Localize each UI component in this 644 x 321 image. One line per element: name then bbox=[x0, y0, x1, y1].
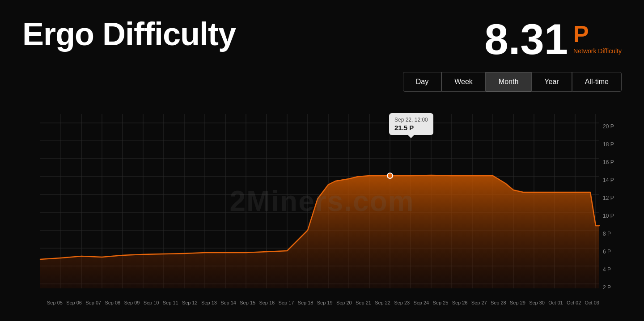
x-label-sep11: Sep 11 bbox=[163, 300, 178, 305]
x-label-oct03: Oct 03 bbox=[585, 300, 599, 305]
x-label-oct02: Oct 02 bbox=[567, 300, 581, 305]
x-label-sep20: Sep 20 bbox=[336, 300, 352, 305]
svg-text:12 P: 12 P bbox=[603, 195, 614, 201]
x-label-oct01: Oct 01 bbox=[548, 300, 563, 305]
difficulty-value-block: 8.31 P Network Difficulty bbox=[484, 18, 622, 61]
time-range-tabs: Day Week Month Year All-time bbox=[403, 72, 622, 92]
x-label-sep22: Sep 22 bbox=[375, 300, 390, 305]
svg-text:20 P: 20 P bbox=[603, 123, 614, 130]
tab-year[interactable]: Year bbox=[531, 72, 572, 92]
x-label-sep30: Sep 30 bbox=[529, 300, 545, 305]
x-label-sep15: Sep 15 bbox=[240, 300, 255, 305]
difficulty-unit: P bbox=[573, 22, 622, 46]
x-label-sep26: Sep 26 bbox=[452, 300, 468, 305]
svg-text:10 P: 10 P bbox=[603, 213, 614, 219]
difficulty-label: Network Difficulty bbox=[573, 47, 622, 55]
x-label-sep10: Sep 10 bbox=[144, 300, 159, 305]
x-label-sep13: Sep 13 bbox=[201, 300, 217, 305]
x-label-sep08: Sep 08 bbox=[105, 300, 120, 305]
title-block: Ergo Difficulty bbox=[22, 18, 236, 50]
header-section: Ergo Difficulty 8.31 P Network Difficult… bbox=[22, 18, 622, 92]
svg-text:8 P: 8 P bbox=[603, 231, 611, 237]
tab-week[interactable]: Week bbox=[441, 72, 486, 92]
tab-day[interactable]: Day bbox=[403, 72, 441, 92]
svg-text:4 P: 4 P bbox=[603, 266, 611, 273]
x-label-sep27: Sep 27 bbox=[471, 300, 487, 305]
right-header: 8.31 P Network Difficulty Day Week Month… bbox=[403, 18, 622, 92]
x-label-sep29: Sep 29 bbox=[510, 300, 525, 305]
x-label-sep21: Sep 21 bbox=[356, 300, 371, 305]
x-label-sep17: Sep 17 bbox=[279, 300, 294, 305]
x-label-sep14: Sep 14 bbox=[220, 300, 236, 305]
x-label-sep09: Sep 09 bbox=[124, 300, 140, 305]
x-label-sep28: Sep 28 bbox=[491, 300, 506, 305]
x-label-sep25: Sep 25 bbox=[433, 300, 449, 305]
chart-area: 2Miners.com Sep 22, 12:00 21.5 P bbox=[22, 105, 622, 297]
difficulty-number: 8.31 bbox=[484, 18, 568, 61]
difficulty-unit-block: P Network Difficulty bbox=[573, 18, 622, 55]
x-label-sep24: Sep 24 bbox=[413, 300, 429, 305]
svg-point-37 bbox=[387, 173, 393, 178]
tab-all-time[interactable]: All-time bbox=[572, 72, 622, 92]
svg-text:18 P: 18 P bbox=[603, 141, 614, 148]
x-label-sep06: Sep 06 bbox=[66, 300, 82, 305]
x-label-sep23: Sep 23 bbox=[394, 300, 410, 305]
page-container: Ergo Difficulty 8.31 P Network Difficult… bbox=[0, 0, 644, 321]
svg-text:14 P: 14 P bbox=[603, 177, 614, 183]
x-label-sep16: Sep 16 bbox=[259, 300, 275, 305]
x-label-sep18: Sep 18 bbox=[298, 300, 314, 305]
x-label-sep19: Sep 19 bbox=[317, 300, 333, 305]
x-axis: Sep 05 Sep 06 Sep 07 Sep 08 Sep 09 Sep 1… bbox=[22, 298, 622, 305]
svg-text:2 P: 2 P bbox=[603, 284, 611, 291]
x-label-sep05: Sep 05 bbox=[47, 300, 63, 305]
page-title: Ergo Difficulty bbox=[22, 18, 236, 50]
tab-month[interactable]: Month bbox=[486, 72, 531, 92]
x-label-sep07: Sep 07 bbox=[85, 300, 101, 305]
svg-text:6 P: 6 P bbox=[603, 249, 611, 255]
x-label-sep12: Sep 12 bbox=[182, 300, 198, 305]
chart-svg: 2 P 4 P 6 P 8 P 10 P 12 P 14 P 16 P 18 P… bbox=[22, 105, 622, 297]
svg-text:16 P: 16 P bbox=[603, 159, 614, 165]
